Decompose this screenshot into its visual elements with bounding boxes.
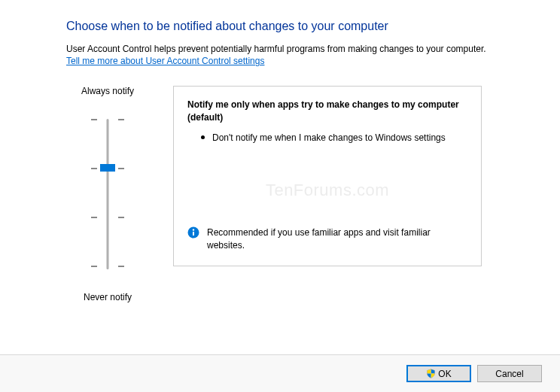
cancel-button[interactable]: Cancel xyxy=(477,365,542,382)
svg-point-1 xyxy=(193,229,194,231)
learn-more-link[interactable]: Tell me more about User Account Control … xyxy=(66,56,264,66)
ok-button-label: OK xyxy=(438,369,451,379)
slider-label-always: Always notify xyxy=(81,86,134,96)
ok-button[interactable]: OK xyxy=(406,365,471,382)
info-heading: Notify me only when apps try to make cha… xyxy=(187,99,467,124)
watermark-text: TenForums.com xyxy=(266,181,389,200)
cancel-button-label: Cancel xyxy=(495,369,523,379)
dialog-footer: OK Cancel xyxy=(0,354,560,392)
shield-icon xyxy=(426,369,436,378)
notification-slider[interactable]: Always notify Never notify xyxy=(66,86,149,302)
bullet-icon xyxy=(201,135,205,139)
svg-rect-2 xyxy=(193,232,194,236)
slider-thumb[interactable] xyxy=(100,164,115,172)
info-panel: Notify me only when apps try to make cha… xyxy=(173,86,482,266)
description-text: User Account Control helps prevent poten… xyxy=(66,44,560,54)
slider-track[interactable] xyxy=(85,104,130,284)
page-title: Choose when to be notified about changes… xyxy=(66,20,560,33)
recommendation-text: Recommended if you use familiar apps and… xyxy=(207,226,467,252)
slider-label-never: Never notify xyxy=(84,292,132,302)
info-bullet-text: Don't notify me when I make changes to W… xyxy=(212,132,446,144)
info-icon xyxy=(187,226,199,239)
